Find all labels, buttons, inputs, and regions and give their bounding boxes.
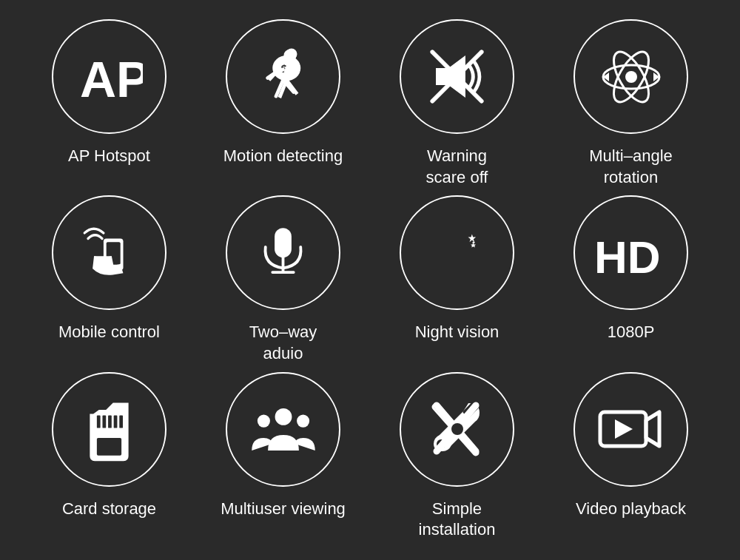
ap-hotspot-label: AP Hotspot xyxy=(68,146,150,167)
multi-angle-rotation-icon-circle xyxy=(574,19,688,134)
card-storage-icon-circle xyxy=(52,372,166,487)
svg-point-39 xyxy=(451,423,463,435)
feature-1080p: HD 1080P xyxy=(551,195,710,364)
svg-rect-29 xyxy=(108,415,112,428)
multiuser-viewing-icon-circle xyxy=(226,372,340,487)
feature-ap-hotspot: AP AP Hotspot xyxy=(30,19,189,188)
simple-installation-icon xyxy=(420,392,494,466)
svg-rect-27 xyxy=(97,415,101,428)
two-way-audio-icon xyxy=(248,217,318,288)
warning-scare-off-icon-circle xyxy=(400,19,514,134)
warning-scare-off-label: Warningscare off xyxy=(426,146,488,188)
feature-mobile-control: Mobile control xyxy=(30,195,189,364)
features-grid: AP AP Hotspot $ Motion detecting xyxy=(0,0,740,560)
card-storage-label: Card storage xyxy=(62,499,156,520)
svg-marker-41 xyxy=(615,419,633,439)
svg-point-34 xyxy=(297,414,309,427)
feature-multi-angle-rotation: Multi–anglerotation xyxy=(551,19,710,188)
simple-installation-label: Simpleinstallation xyxy=(419,499,496,541)
simple-installation-icon-circle xyxy=(400,372,514,487)
svg-text:AP: AP xyxy=(80,51,143,103)
motion-detecting-icon-circle: $ xyxy=(226,19,340,134)
svg-point-8 xyxy=(283,50,296,62)
feature-card-storage: Card storage xyxy=(30,372,189,541)
feature-night-vision: Night vision xyxy=(377,195,536,364)
feature-warning-scare-off: Warningscare off xyxy=(377,19,536,188)
feature-simple-installation: Simpleinstallation xyxy=(377,372,536,541)
mobile-control-label: Mobile control xyxy=(58,322,160,343)
feature-motion-detecting: $ Motion detecting xyxy=(204,19,363,188)
feature-video-playback: Video playback xyxy=(551,372,710,541)
1080p-hd-icon: HD xyxy=(591,227,672,279)
1080p-label: 1080P xyxy=(608,322,655,343)
motion-detecting-label: Motion detecting xyxy=(223,146,343,167)
svg-marker-22 xyxy=(468,235,477,243)
svg-rect-31 xyxy=(119,415,123,428)
night-vision-icon xyxy=(422,217,492,288)
svg-point-11 xyxy=(625,71,637,83)
feature-two-way-audio: Two–wayaduio xyxy=(204,195,363,364)
ap-hotspot-icon: AP xyxy=(76,51,143,103)
multiuser-viewing-label: Multiuser viewing xyxy=(221,499,346,520)
svg-text:HD: HD xyxy=(594,232,661,279)
video-playback-label: Video playback xyxy=(576,499,686,520)
ap-hotspot-icon-circle: AP xyxy=(52,19,166,134)
card-storage-icon xyxy=(78,394,141,465)
svg-point-33 xyxy=(257,414,269,427)
night-vision-icon-circle xyxy=(400,195,514,310)
multi-angle-rotation-label: Multi–anglerotation xyxy=(589,146,673,188)
feature-multiuser-viewing: Multiuser viewing xyxy=(204,372,363,541)
mobile-control-icon-circle xyxy=(52,195,166,310)
warning-scare-off-icon xyxy=(422,41,492,112)
two-way-audio-icon-circle xyxy=(226,195,340,310)
svg-rect-30 xyxy=(114,415,118,428)
svg-point-32 xyxy=(275,408,292,425)
svg-marker-23 xyxy=(471,243,476,248)
svg-rect-20 xyxy=(275,229,292,258)
1080p-icon-circle: HD xyxy=(574,195,688,310)
night-vision-label: Night vision xyxy=(415,322,500,343)
svg-rect-26 xyxy=(97,437,121,455)
svg-marker-24 xyxy=(472,241,475,244)
multi-angle-rotation-icon xyxy=(594,40,668,114)
svg-rect-28 xyxy=(102,415,106,428)
two-way-audio-label: Two–wayaduio xyxy=(249,322,317,364)
motion-detecting-icon: $ xyxy=(248,41,318,112)
mobile-control-icon xyxy=(74,217,144,288)
multiuser-viewing-icon xyxy=(246,394,320,465)
video-playback-icon-circle xyxy=(574,372,688,487)
video-playback-icon xyxy=(594,396,668,462)
